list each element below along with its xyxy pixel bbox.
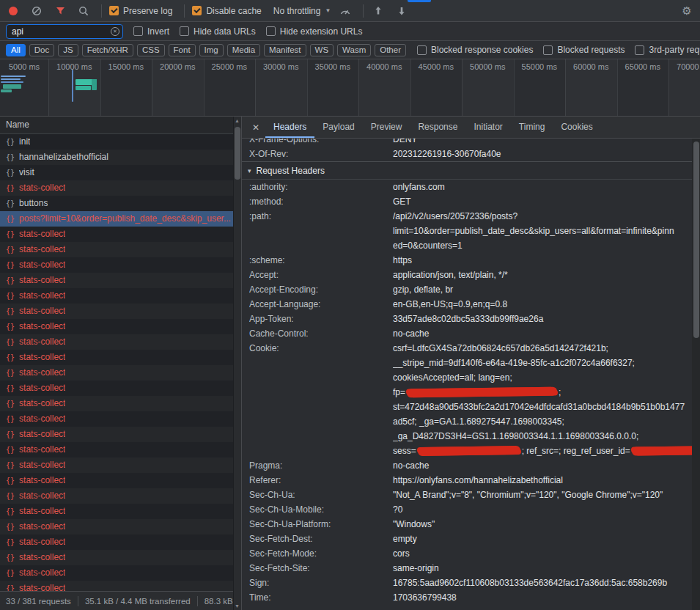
tab-preview[interactable]: Preview <box>363 117 410 138</box>
name-column-header[interactable]: Name <box>0 117 241 134</box>
record-button[interactable] <box>6 4 21 18</box>
request-row[interactable]: {}stats-collect <box>0 350 241 365</box>
statusbar-divider <box>78 596 78 606</box>
request-row[interactable]: {}visit <box>0 165 241 180</box>
import-har-button[interactable] <box>371 4 386 18</box>
request-row[interactable]: {}stats-collect <box>0 488 241 504</box>
scroll-down-arrow-icon[interactable]: ▼ <box>234 603 240 609</box>
script-file-icon: {} <box>6 150 15 165</box>
checkbox-unchecked-icon[interactable] <box>133 26 143 36</box>
request-row[interactable]: {}stats-collect <box>0 581 241 591</box>
type-filter-font[interactable]: Font <box>169 44 196 56</box>
request-row[interactable]: {}stats-collect <box>0 381 241 396</box>
settings-button[interactable]: ⚙ <box>679 4 694 18</box>
request-row[interactable]: {}stats-collect <box>0 442 241 457</box>
blocked-requests-checkbox[interactable]: Blocked requests <box>543 45 625 55</box>
request-row[interactable]: {}stats-collect <box>0 334 241 350</box>
type-filter-ws[interactable]: WS <box>310 44 334 56</box>
request-row[interactable]: {}stats-collect <box>0 504 241 519</box>
tab-response[interactable]: Response <box>410 117 465 138</box>
header-value: ?0 <box>393 502 692 517</box>
type-filter-all[interactable]: All <box>6 44 26 56</box>
waterfall-activity-bar <box>1 89 12 92</box>
filter-input[interactable]: api ✕ <box>6 24 123 39</box>
request-row[interactable]: {}stats-collect <box>0 365 241 381</box>
type-filter-fetch-xhr[interactable]: Fetch/XHR <box>82 44 133 56</box>
preserve-log-checkbox[interactable]: Preserve log <box>109 6 172 16</box>
request-row[interactable]: {}stats-collect <box>0 427 241 442</box>
type-filter-media[interactable]: Media <box>227 44 260 56</box>
type-filter-css[interactable]: CSS <box>137 44 165 56</box>
request-row[interactable]: {}buttons <box>0 196 241 211</box>
request-row[interactable]: {}hannahelizabethofficial <box>0 150 241 165</box>
header-name: Accept-Language: <box>249 297 393 312</box>
hide-extension-urls-checkbox[interactable]: Hide extension URLs <box>266 26 363 37</box>
header-value: "Not_A Brand";v="8", "Chromium";v="120",… <box>393 488 692 502</box>
clear-button[interactable] <box>29 4 44 18</box>
request-row[interactable]: {}stats-collect <box>0 180 241 196</box>
request-row[interactable]: {}stats-collect <box>0 457 241 473</box>
request-headers-section[interactable]: ▾Request Headers <box>242 162 692 180</box>
blocked-response-cookies-checkbox[interactable]: Blocked response cookies <box>417 45 533 55</box>
request-row[interactable]: {}stats-collect <box>0 411 241 427</box>
request-row[interactable]: {}stats-collect <box>0 396 241 411</box>
request-row[interactable]: {}stats-collect <box>0 257 241 273</box>
checkbox-unchecked-icon[interactable] <box>543 45 553 55</box>
hide-data-urls-checkbox[interactable]: Hide data URLs <box>180 26 256 37</box>
header-row: Accept:application/json, text/plain, */* <box>242 268 692 282</box>
request-name: stats-collect <box>19 242 65 257</box>
tab-initiator[interactable]: Initiator <box>465 117 510 138</box>
checkbox-unchecked-icon[interactable] <box>417 45 427 55</box>
header-name: Cookie: <box>249 341 393 458</box>
checkbox-unchecked-icon[interactable] <box>635 45 644 55</box>
network-conditions-button[interactable] <box>338 4 353 18</box>
type-filter-wasm[interactable]: Wasm <box>337 44 371 56</box>
network-overview-timeline[interactable]: 5000 ms10000 ms15000 ms20000 ms25000 ms3… <box>0 59 700 117</box>
request-row[interactable]: {}stats-collect <box>0 565 241 581</box>
request-row[interactable]: {}stats-collect <box>0 242 241 257</box>
export-har-button[interactable] <box>394 4 409 18</box>
request-name: stats-collect <box>19 350 65 365</box>
request-row[interactable]: {}stats-collect <box>0 534 241 550</box>
scrollbar-thumb[interactable] <box>235 127 240 180</box>
disable-cache-checkbox[interactable]: Disable cache <box>192 6 261 16</box>
filter-input-value: api <box>12 26 111 37</box>
request-row[interactable]: {}stats-collect <box>0 227 241 242</box>
request-list-scrollbar[interactable]: ▲ ▼ <box>233 117 241 610</box>
request-row[interactable]: {}stats-collect <box>0 473 241 488</box>
request-row[interactable]: {}stats-collect <box>0 519 241 534</box>
toolbar-divider <box>363 4 364 18</box>
request-row-selected[interactable]: {}posts?limit=10&order=publish_date_desc… <box>0 211 241 227</box>
request-row[interactable]: {}stats-collect <box>0 550 241 565</box>
clear-filter-icon[interactable]: ✕ <box>111 27 119 36</box>
checkbox-unchecked-icon[interactable] <box>180 26 189 36</box>
tab-payload[interactable]: Payload <box>314 117 362 138</box>
request-row[interactable]: {}stats-collect <box>0 319 241 334</box>
type-filter-doc[interactable]: Doc <box>29 44 54 56</box>
third-party-requests-checkbox[interactable]: 3rd-party requests <box>635 45 700 55</box>
request-row[interactable]: {}stats-collect <box>0 273 241 288</box>
detail-scrollbar[interactable] <box>692 139 700 610</box>
type-filter-manifest[interactable]: Manifest <box>264 44 306 56</box>
checkbox-unchecked-icon[interactable] <box>266 26 276 36</box>
throttling-dropdown[interactable]: No throttling ▼ <box>273 6 331 16</box>
invert-checkbox[interactable]: Invert <box>133 26 169 37</box>
search-button[interactable] <box>76 4 91 18</box>
type-filter-js[interactable]: JS <box>58 44 78 56</box>
tab-cookies[interactable]: Cookies <box>553 117 600 138</box>
header-name: Sec-Fetch-Dest: <box>249 532 393 546</box>
filter-toggle-button[interactable] <box>53 4 67 18</box>
request-row[interactable]: {}stats-collect <box>0 304 241 319</box>
request-row[interactable]: {}init <box>0 134 241 150</box>
scroll-up-arrow-icon[interactable]: ▲ <box>234 118 240 123</box>
type-filter-other[interactable]: Other <box>375 44 406 56</box>
type-filter-img[interactable]: Img <box>199 44 224 56</box>
tab-headers[interactable]: Headers <box>265 117 314 138</box>
checkbox-checked-icon[interactable] <box>109 6 119 15</box>
close-detail-button[interactable]: ✕ <box>246 122 265 133</box>
scrollbar-thumb[interactable] <box>693 142 699 338</box>
request-row[interactable]: {}stats-collect <box>0 288 241 304</box>
tab-timing[interactable]: Timing <box>511 117 553 138</box>
checkbox-checked-icon[interactable] <box>192 6 202 15</box>
statusbar-divider <box>197 596 198 606</box>
